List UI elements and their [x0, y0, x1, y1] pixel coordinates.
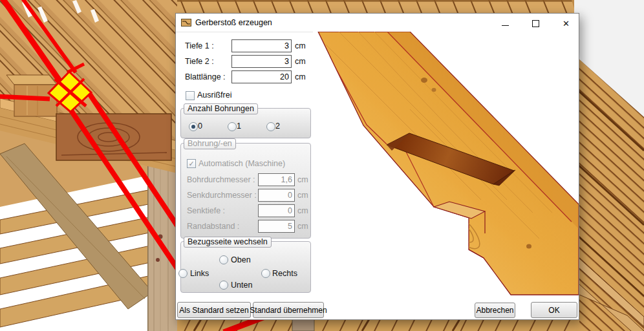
ausrissfrei-checkbox[interactable]	[186, 91, 195, 100]
close-button[interactable]: ✕	[556, 16, 576, 30]
bore-count-2-radio[interactable]	[266, 122, 275, 131]
oben-radio[interactable]	[219, 255, 228, 264]
gerberstoss-dialog: Gerberstoß erzeugen ✕ Tiefe 1 : cm Tiefe…	[175, 13, 579, 320]
senktiefe-unit: cm	[297, 206, 308, 215]
check-icon: ✓	[188, 160, 195, 167]
bore-settings-group: Bohrung/-en ✓ Automatisch (Maschine) Boh…	[180, 143, 311, 239]
auto-machine-label: Automatisch (Maschine)	[199, 159, 285, 168]
minimize-icon	[502, 25, 509, 26]
tiefe1-label: Tiefe 1 :	[185, 41, 214, 50]
dialog-title-bar[interactable]: Gerberstoß erzeugen ✕	[176, 14, 579, 32]
rechts-label[interactable]: Rechts	[272, 269, 297, 278]
dialog-title: Gerberstoß erzeugen	[195, 18, 272, 27]
close-icon: ✕	[563, 19, 570, 28]
senktiefe-input	[258, 204, 295, 217]
timber-frame-scene	[0, 0, 178, 331]
senktiefe-label: Senktiefe :	[187, 206, 225, 215]
bore-settings-group-title: Bohrung/-en	[184, 138, 236, 149]
bore-count-0-label[interactable]: 0	[198, 122, 202, 131]
bore-count-1-label[interactable]: 1	[237, 122, 241, 131]
maximize-button[interactable]	[526, 16, 546, 30]
top-purlin-strip	[177, 0, 591, 13]
unten-label[interactable]: Unten	[231, 281, 252, 290]
ausrissfrei-label[interactable]: Ausrißfrei	[197, 91, 231, 100]
senkdurchmesser-label: Senkdurchmesser :	[187, 191, 257, 200]
scarf-joint-icon	[181, 17, 191, 28]
unten-radio[interactable]	[219, 281, 228, 290]
oben-label[interactable]: Oben	[231, 255, 251, 264]
bore-count-group: Anzahl Bohrungen 0 1 2	[180, 108, 311, 138]
links-label[interactable]: Links	[190, 269, 209, 278]
bohrdurchmesser-input	[258, 173, 295, 186]
tiefe1-input[interactable]	[231, 39, 292, 52]
tiefe2-unit: cm	[295, 57, 306, 66]
cancel-button[interactable]: Abbrechen	[475, 303, 515, 318]
apply-default-button[interactable]: Standard übernehmen	[253, 302, 324, 318]
tiefe2-label: Tiefe 2 :	[185, 57, 214, 66]
blattlaenge-label: Blattlänge :	[185, 72, 226, 81]
bore-count-0-radio[interactable]	[189, 122, 198, 131]
bore-count-group-title: Anzahl Bohrungen	[184, 103, 258, 114]
blattlaenge-unit: cm	[295, 72, 306, 81]
randabstand-label: Randabstand :	[187, 222, 239, 231]
bore-count-1-radio[interactable]	[228, 122, 237, 131]
ok-button[interactable]: OK	[531, 302, 577, 318]
randabstand-input	[258, 220, 295, 233]
reference-side-group-title: Bezugsseite wechseln	[184, 237, 272, 248]
links-radio[interactable]	[178, 269, 188, 278]
bore-count-2-label[interactable]: 2	[275, 122, 280, 131]
reference-side-group: Bezugsseite wechseln Oben Links Rechts U…	[180, 241, 311, 293]
senkdurchmesser-input	[258, 189, 295, 202]
maximize-icon	[532, 20, 539, 27]
rechts-radio[interactable]	[261, 269, 270, 278]
randabstand-unit: cm	[297, 222, 308, 231]
auto-machine-checkbox: ✓	[187, 159, 196, 168]
set-default-button[interactable]: Als Standard setzen	[177, 302, 251, 318]
bohrdurchmesser-label: Bohrdurchmesser :	[187, 175, 255, 184]
roof-battens-strip	[574, 0, 644, 331]
senkdurchmesser-unit: cm	[297, 191, 308, 200]
bohrdurchmesser-unit: cm	[297, 175, 308, 184]
minimize-button[interactable]	[495, 16, 515, 30]
blattlaenge-input[interactable]	[231, 70, 292, 83]
tiefe2-input[interactable]	[231, 55, 292, 68]
joint-preview-viewport[interactable]	[313, 32, 579, 299]
tiefe1-unit: cm	[295, 41, 306, 50]
